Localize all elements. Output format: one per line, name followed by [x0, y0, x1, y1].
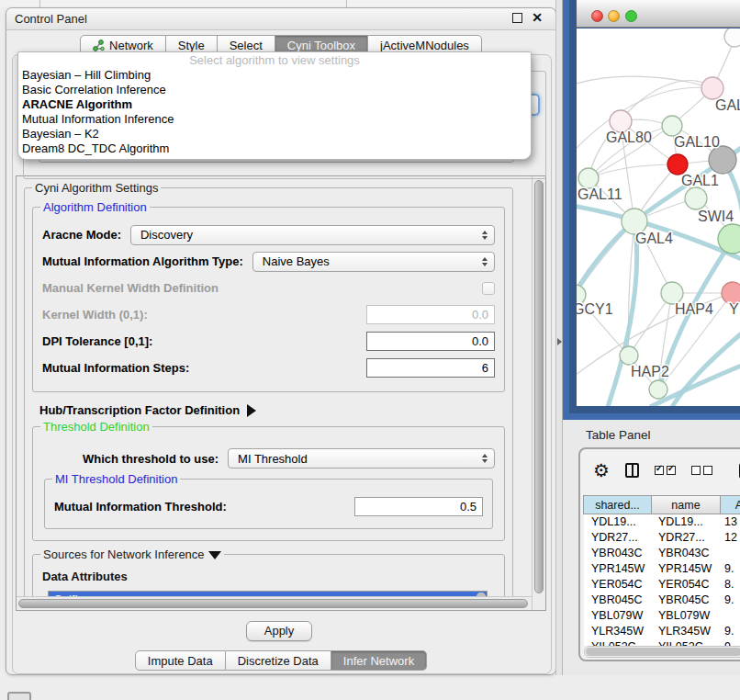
dropdown-item[interactable]: Dream8 DC_TDC Algorithm	[18, 141, 531, 156]
table-row[interactable]: YBR045CYBR045C9.	[584, 593, 740, 608]
dropdown-item[interactable]: Bayesian – K2	[18, 127, 531, 141]
column-header[interactable]: A	[720, 495, 740, 514]
gear-icon[interactable]: ⚙	[593, 461, 610, 480]
dropdown-item[interactable]: Basic Correlation Inference	[18, 83, 531, 97]
network-node-gal11[interactable]	[578, 168, 599, 188]
kernel-width-field[interactable]	[366, 305, 495, 324]
tab-label: Discretize Data	[238, 654, 319, 668]
aracne-mode-combobox[interactable]: Discovery	[130, 225, 495, 245]
hub-definition-expander[interactable]: Hub/Transcription Factor Definition	[39, 403, 505, 417]
tab-label: Impute Data	[148, 654, 213, 668]
manual-kernel-checkbox[interactable]	[482, 282, 495, 295]
tab-discretize-data[interactable]: Discretize Data	[226, 650, 331, 671]
divider-collapse-icon[interactable]	[557, 338, 562, 345]
cell: YDL19...	[651, 514, 719, 530]
tab-infer-network[interactable]: Infer Network	[331, 650, 427, 671]
network-node-gal1[interactable]	[667, 154, 688, 175]
table-body: YDL19...YDL19...13 YDR27...YDR27...12 YB…	[584, 514, 740, 646]
control-panel-window: Control Panel ✕ Network Style Select Cyn…	[6, 7, 556, 675]
network-node[interactable]	[709, 146, 736, 174]
dropdown-item[interactable]: Bayesian – Hill Climbing	[18, 68, 531, 83]
cell: 9.	[719, 593, 740, 608]
dpi-tolerance-field[interactable]	[366, 332, 495, 351]
scrollbar-thumb[interactable]	[18, 599, 528, 608]
network-window-titlebar[interactable]	[577, 0, 740, 28]
tab-label: Network	[109, 39, 153, 52]
deselect-all-icon[interactable]	[691, 466, 712, 475]
checked-box-icon	[655, 466, 664, 475]
table-horizontal-scrollbar[interactable]	[584, 646, 740, 658]
network-graph[interactable]: GAL GAL80 GAL10 GAL1 GAL11 SWI4 GAL4 GCY…	[577, 28, 740, 406]
kernel-width-label: Kernel Width (0,1):	[42, 308, 148, 322]
dropdown-item-selected[interactable]: ARACNE Algorithm	[18, 97, 531, 112]
node-label: GAL1	[681, 173, 719, 188]
scrollbar-thumb[interactable]	[534, 180, 544, 593]
hub-definition-label: Hub/Transcription Factor Definition	[39, 403, 240, 417]
mi-steps-field[interactable]	[366, 358, 495, 378]
table-panel-title: Table Panel	[586, 428, 651, 442]
spinner-arrows-icon	[478, 257, 491, 266]
tab-label: Style	[178, 39, 205, 52]
minimized-panel-icon[interactable]	[7, 692, 31, 700]
network-node-hap2[interactable]	[620, 346, 638, 365]
tab-impute-data[interactable]: Impute Data	[135, 650, 226, 671]
close-traffic-icon[interactable]	[591, 10, 603, 22]
node-label: SWI4	[698, 209, 734, 224]
float-window-icon[interactable]	[512, 13, 522, 23]
cell: YIL052C	[651, 639, 719, 646]
table-panel-region: Table Panel ⚙ shared... name A YDL19...Y…	[563, 420, 740, 675]
table-row[interactable]: YLR345WYLR345W9.	[584, 624, 740, 639]
table-row[interactable]: YDL19...YDL19...13	[584, 514, 740, 530]
table-row[interactable]: YPR145WYPR145W9.	[584, 561, 740, 577]
network-node[interactable]	[649, 380, 667, 399]
select-all-icon[interactable]	[655, 466, 676, 475]
cell: 9	[719, 639, 740, 646]
vertical-scrollbar[interactable]	[532, 176, 545, 610]
cell: YDR27...	[651, 530, 719, 546]
manual-kernel-label: Manual Kernel Width Definition	[42, 281, 219, 295]
network-node-gal10[interactable]	[662, 116, 682, 136]
column-selector-icon[interactable]	[625, 463, 639, 478]
apply-button[interactable]: Apply	[246, 621, 312, 641]
table-row[interactable]: YIL052CYIL052C9	[584, 639, 740, 646]
zoom-traffic-icon[interactable]	[625, 10, 637, 22]
mi-threshold-field[interactable]	[354, 497, 483, 516]
scrollbar-thumb[interactable]	[586, 648, 740, 656]
column-header-shared-name[interactable]: shared...	[583, 495, 652, 514]
bottom-tabs: Impute Data Discretize Data Infer Networ…	[6, 650, 555, 671]
spinner-arrows-icon	[478, 231, 491, 240]
mi-threshold-label: Mutual Information Threshold:	[54, 500, 227, 514]
which-threshold-combobox[interactable]: MI Threshold	[228, 448, 495, 469]
table-row[interactable]: YBL079WYBL079W	[584, 608, 740, 624]
cell: YBR045C	[651, 593, 719, 608]
mi-type-label: Mutual Information Algorithm Type:	[42, 254, 243, 268]
tab-label: Select	[230, 39, 263, 52]
cell: YBR043C	[584, 546, 651, 561]
mi-steps-label: Mutual Information Steps:	[42, 361, 189, 375]
dropdown-item[interactable]: Mutual Information Inference	[18, 112, 531, 127]
sources-group-title[interactable]: Sources for Network Inference	[40, 548, 224, 561]
cell: YPR145W	[584, 561, 651, 577]
close-icon[interactable]: ✕	[532, 12, 543, 23]
network-node[interactable]	[701, 77, 723, 99]
network-node[interactable]	[724, 28, 740, 47]
column-header-name[interactable]: name	[651, 495, 721, 514]
settings-scrollpane: Cyni Algorithm Settings Algorithm Defini…	[16, 175, 546, 611]
table-row[interactable]: YDR27...YDR27...12	[584, 530, 740, 546]
horizontal-scrollbar[interactable]	[17, 596, 532, 610]
tab-label: Cyni Toolbox	[287, 39, 355, 52]
table-row[interactable]: YBR043CYBR043C	[584, 546, 740, 561]
data-attributes-label: Data Attributes	[42, 570, 497, 583]
mi-type-combobox[interactable]: Naive Bayes	[252, 252, 495, 272]
table-panel-window: ⚙ shared... name A YDL19...YDL19...13 YD…	[578, 447, 740, 661]
network-canvas[interactable]: GAL GAL80 GAL10 GAL1 GAL11 SWI4 GAL4 GCY…	[577, 28, 740, 406]
table-row[interactable]: YER054CYER054C8.	[584, 577, 740, 593]
cell: 8.	[719, 577, 740, 593]
threshold-definition-group: Threshold Definition Which threshold to …	[32, 426, 505, 541]
network-node-swi4[interactable]	[685, 187, 707, 209]
combobox-value: MI Threshold	[238, 452, 308, 466]
cyni-algorithm-settings-group: Cyni Algorithm Settings Algorithm Defini…	[24, 187, 513, 611]
minimize-traffic-icon[interactable]	[608, 10, 620, 22]
network-icon	[93, 40, 105, 51]
cell: 13	[719, 514, 740, 530]
